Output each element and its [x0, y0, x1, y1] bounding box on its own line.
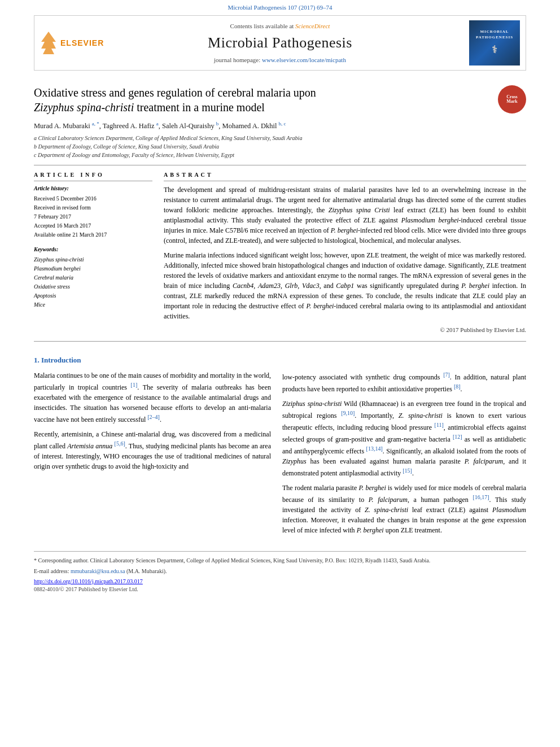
crossmark-badge[interactable]: CrossMark [498, 85, 526, 113]
accepted-date: Accepted 16 March 2017 [34, 222, 152, 230]
keywords-section: Keywords: Zizyphus spina-christi Plasmod… [34, 246, 152, 309]
divider-1 [34, 165, 526, 165]
journal-citation: Microbial Pathogenesis 107 (2017) 69–74 [0, 0, 560, 15]
journal-homepage: journal homepage: www.elsevier.com/locat… [91, 56, 469, 64]
title-part1: Oxidative stress and genes regulation of… [34, 86, 316, 99]
available-date: Available online 21 March 2017 [34, 231, 152, 239]
email-link[interactable]: mmubaraki@ksu.edu.sa [71, 568, 125, 574]
received-revised-label: Received in revised form [34, 204, 152, 212]
article-info-abstract: A R T I C L E I N F O Article history: R… [34, 171, 526, 334]
revised-date: 7 February 2017 [34, 213, 152, 221]
footer-section: * Corresponding author. Clinical Laborat… [34, 551, 526, 593]
contents-line: Contents lists available at ScienceDirec… [91, 22, 469, 30]
doi-link[interactable]: http://dx.doi.org/10.1016/j.micpath.2017… [34, 578, 143, 584]
intro-right-p2: Ziziphus spina-christi Wild (Rhamnaceae)… [282, 399, 526, 478]
abstract-col: A B S T R A C T The development and spre… [164, 171, 526, 334]
abstract-text: The development and spread of multidrug-… [164, 185, 526, 321]
abstract-p2: Murine malaria infections induced signif… [164, 250, 526, 321]
body-text-left: Malaria continues to be one of the main … [34, 370, 271, 471]
body-two-col: Malaria continues to be one of the main … [34, 370, 526, 540]
affiliation-c: c Department of Zoology and Entomology, … [34, 151, 526, 159]
article-info-col: A R T I C L E I N F O Article history: R… [34, 171, 152, 334]
intro-heading: 1. Introduction [34, 355, 526, 365]
journal-header-box: ELSEVIER Contents lists available at Sci… [34, 15, 526, 71]
svg-marker-0 [41, 32, 56, 54]
header-center: Contents lists available at ScienceDirec… [91, 22, 469, 64]
article-title: Oxidative stress and genes regulation of… [34, 85, 526, 115]
keyword-5: Apoptosis [34, 292, 152, 300]
keyword-2: Plasmodium berghei [34, 265, 152, 273]
email-footnote: E-mail address: mmubaraki@ksu.edu.sa (M.… [34, 567, 526, 575]
body-right-col: low-potency associated with synthetic dr… [282, 370, 526, 540]
journal-title-main: Microbial Pathogenesis [91, 33, 469, 53]
body-left-col: Malaria continues to be one of the main … [34, 370, 271, 540]
divider-2 [34, 341, 526, 342]
intro-section: 1. Introduction Malaria continues to be … [34, 355, 526, 539]
abstract-p1: The development and spread of multidrug-… [164, 185, 526, 246]
corresponding-footnote: * Corresponding author. Clinical Laborat… [34, 556, 526, 565]
intro-left-p1: Malaria continues to be one of the main … [34, 370, 271, 425]
abstract-heading: A B S T R A C T [164, 171, 526, 181]
affiliation-a: a Clinical Laboratory Sciences Departmen… [34, 134, 526, 142]
keyword-6: Mice [34, 301, 152, 309]
intro-left-p2: Recently, artemisinin, a Chinese anti-ma… [34, 429, 271, 471]
copyright-line: © 2017 Published by Elsevier Ltd. [164, 326, 526, 334]
affiliation-b: b Department of Zoology, College of Scie… [34, 142, 526, 151]
keyword-1: Zizyphus spina-christi [34, 256, 152, 264]
received-date: Received 5 December 2016 [34, 195, 152, 203]
title-italic: Zizyphus spina-christi [34, 101, 134, 113]
sciencedirect-link[interactable]: ScienceDirect [295, 23, 330, 29]
issn-line: 0882-4010/© 2017 Published by Elsevier L… [34, 586, 526, 593]
journal-thumbnail: MICROBIAL PATHOGENESIS ⚕ [469, 20, 520, 65]
authors-line: Murad A. Mubaraki a, *, Taghreed A. Hafi… [34, 120, 526, 132]
main-content: Oxidative stress and genes regulation of… [34, 71, 526, 599]
doi-line: http://dx.doi.org/10.1016/j.micpath.2017… [34, 578, 526, 586]
homepage-link[interactable]: www.elsevier.com/locate/micpath [262, 56, 346, 63]
keywords-label: Keywords: [34, 246, 152, 254]
article-history-label: Article history: [34, 185, 152, 193]
intro-right-p3: The rodent malaria parasite P. berghei i… [282, 483, 526, 535]
keyword-4: Oxidative stress [34, 283, 152, 291]
affiliations: a Clinical Laboratory Sciences Departmen… [34, 134, 526, 159]
body-text-right: low-potency associated with synthetic dr… [282, 370, 526, 535]
elsevier-logo: ELSEVIER [40, 30, 91, 56]
keyword-3: Cerebral malaria [34, 274, 152, 282]
elsevier-tree-icon [40, 30, 57, 56]
intro-right-p1: low-potency associated with synthetic dr… [282, 370, 526, 394]
article-info-heading: A R T I C L E I N F O [34, 171, 152, 181]
